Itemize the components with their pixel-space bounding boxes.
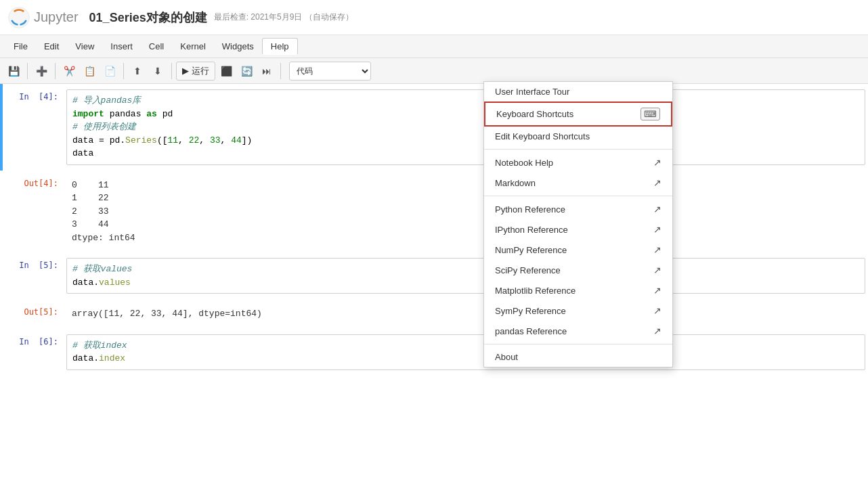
toolbar-sep-4 [171, 63, 172, 79]
dropdown-item-ipython-ref[interactable]: IPython Reference ↗ [484, 219, 672, 240]
cell-4-out: Out[4]: 0 11 1 22 2 33 3 44 dtype: int64 [0, 171, 868, 253]
sympy-ref-ext-icon: ↗ [653, 305, 661, 316]
cell-type-select[interactable]: 代码 Markdown Raw NBConvert Heading [289, 62, 371, 81]
dropdown-item-numpy-ref[interactable]: NumPy Reference ↗ [484, 240, 672, 260]
dropdown-item-ui-tour[interactable]: User Interface Tour [484, 82, 672, 102]
cell-5-in-code[interactable]: # 获取values data.values [66, 258, 865, 294]
add-cell-button[interactable]: ➕ [32, 62, 51, 81]
pandas-ref-ext-icon: ↗ [653, 326, 661, 336]
cell-6-in-prompt: In [6]: [3, 332, 64, 373]
dropdown-item-scipy-ref[interactable]: SciPy Reference ↗ [484, 260, 672, 280]
dropdown-item-keyboard-shortcuts[interactable]: Keyboard Shortcuts ⌨ [484, 102, 672, 127]
notebook-area: In [4]: # 导入pandas库 import pandas as pd … [0, 84, 868, 492]
cell-6-in: In [6]: # 获取index data.index [0, 329, 868, 376]
menu-insert[interactable]: Insert [102, 39, 141, 54]
keyboard-shortcuts-icon: ⌨ [641, 108, 660, 120]
cell-5-in: In [5]: # 获取values data.values [0, 252, 868, 299]
cell-6-in-body[interactable]: # 获取index data.index [64, 332, 868, 373]
save-button[interactable]: 💾 [4, 62, 23, 81]
cell-5-out-prompt: Out[5]: [3, 302, 64, 326]
menu-cell[interactable]: Cell [141, 39, 172, 54]
dropdown-sep-1 [484, 149, 672, 150]
menu-bar: File Edit View Insert Cell Kernel Widget… [0, 35, 868, 58]
numpy-ref-ext-icon: ↗ [653, 244, 661, 255]
cell-5-in-body[interactable]: # 获取values data.values [64, 255, 868, 296]
menu-file[interactable]: File [5, 39, 36, 54]
dropdown-item-sympy-ref[interactable]: SymPy Reference ↗ [484, 300, 672, 321]
help-dropdown: User Interface Tour Keyboard Shortcuts ⌨… [483, 81, 673, 367]
toolbar-sep-5 [280, 63, 281, 79]
python-ref-ext-icon: ↗ [653, 204, 661, 215]
cell-4-out-text: 0 11 1 22 2 33 3 44 dtype: int64 [66, 176, 865, 248]
menu-edit[interactable]: Edit [36, 39, 67, 54]
jupyter-logo: Jupyter [8, 7, 79, 28]
menu-widgets[interactable]: Widgets [214, 39, 262, 54]
cell-4-out-body: 0 11 1 22 2 33 3 44 dtype: int64 [64, 173, 868, 250]
toolbar: 💾 ➕ ✂️ 📋 📄 ⬆ ⬇ ▶ 运行 ⬛ 🔄 ⏭ 代码 Markdown Ra… [0, 58, 868, 84]
dropdown-item-about[interactable]: About [484, 347, 672, 367]
toolbar-sep-2 [55, 63, 56, 79]
cell-5-out-body: array([11, 22, 33, 44], dtype=int64) [64, 302, 868, 326]
menu-view[interactable]: View [67, 39, 102, 54]
ipython-ref-ext-icon: ↗ [653, 224, 661, 235]
cell-4-in-prompt: In [4]: [3, 87, 64, 168]
dropdown-item-pandas-ref[interactable]: pandas Reference ↗ [484, 321, 672, 341]
notebook-save-info: 最后检查: 2021年5月9日 （自动保存） [214, 12, 353, 23]
cell-5-out-text: array([11, 22, 33, 44], dtype=int64) [66, 305, 865, 323]
cell-4-in-code[interactable]: # 导入pandas库 import pandas as pd # 使用列表创建… [66, 89, 865, 165]
jupyter-wordmark: Jupyter [34, 9, 79, 25]
notebook-title[interactable]: 01_Series对象的创建 [89, 9, 207, 26]
move-up-button[interactable]: ⬆ [128, 62, 147, 81]
cell-5-in-prompt: In [5]: [3, 255, 64, 296]
dropdown-sep-3 [484, 344, 672, 344]
restart-run-button[interactable]: ⏭ [257, 62, 276, 81]
restart-button[interactable]: 🔄 [237, 62, 256, 81]
move-down-button[interactable]: ⬇ [148, 62, 167, 81]
paste-button[interactable]: 📄 [100, 62, 119, 81]
scipy-ref-ext-icon: ↗ [653, 265, 661, 275]
dropdown-sep-2 [484, 196, 672, 196]
toolbar-sep-3 [123, 63, 124, 79]
title-bar: Jupyter 01_Series对象的创建 最后检查: 2021年5月9日 （… [0, 0, 868, 35]
interrupt-button[interactable]: ⬛ [217, 62, 236, 81]
cell-5-out: Out[5]: array([11, 22, 33, 44], dtype=in… [0, 299, 868, 329]
cut-button[interactable]: ✂️ [60, 62, 79, 81]
dropdown-item-notebook-help[interactable]: Notebook Help ↗ [484, 152, 672, 173]
markdown-ext-icon: ↗ [653, 177, 661, 188]
dropdown-item-edit-shortcuts[interactable]: Edit Keyboard Shortcuts [484, 127, 672, 146]
dropdown-item-python-ref[interactable]: Python Reference ↗ [484, 199, 672, 219]
menu-kernel[interactable]: Kernel [172, 39, 214, 54]
menu-help[interactable]: Help [262, 38, 298, 55]
cell-4-in: In [4]: # 导入pandas库 import pandas as pd … [0, 84, 868, 171]
run-button[interactable]: ▶ 运行 [176, 62, 215, 81]
run-label: 运行 [192, 65, 209, 77]
cell-4-in-body[interactable]: # 导入pandas库 import pandas as pd # 使用列表创建… [64, 87, 868, 168]
cell-4-out-prompt: Out[4]: [3, 173, 64, 250]
notebook-help-ext-icon: ↗ [653, 157, 661, 168]
matplotlib-ref-ext-icon: ↗ [653, 285, 661, 296]
toolbar-sep-1 [27, 63, 28, 79]
dropdown-item-markdown[interactable]: Markdown ↗ [484, 173, 672, 193]
cell-6-in-code[interactable]: # 获取index data.index [66, 334, 865, 370]
jupyter-logo-icon [8, 7, 30, 28]
dropdown-item-matplotlib-ref[interactable]: Matplotlib Reference ↗ [484, 280, 672, 300]
copy-button[interactable]: 📋 [80, 62, 99, 81]
